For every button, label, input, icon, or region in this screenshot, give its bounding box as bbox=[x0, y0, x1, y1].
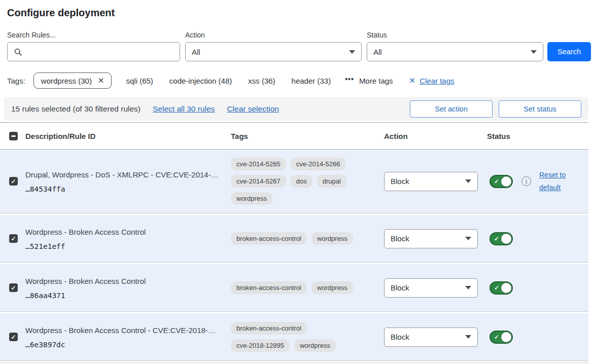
rule-action-select[interactable]: Block bbox=[384, 172, 478, 191]
rule-description: Wordpress - Broken Access Control bbox=[25, 277, 146, 285]
tags-bar: Tags: wordpress (30) ✕ sqli (65)code-inj… bbox=[7, 71, 591, 90]
rule-status-cell: ✓ bbox=[487, 281, 588, 295]
rule-action-cell: Block bbox=[384, 229, 487, 248]
rule-status-cell: ✓ i Reset to default bbox=[487, 169, 588, 194]
status-toggle[interactable]: ✓ bbox=[490, 281, 513, 295]
chevron-down-icon bbox=[349, 50, 355, 54]
tag-option[interactable]: xss (36) bbox=[248, 77, 275, 85]
rule-tags: broken-access-controlcve-2018-12895wordp… bbox=[231, 322, 367, 352]
search-input[interactable] bbox=[7, 42, 180, 61]
selected-tag-label: wordpress (30) bbox=[41, 77, 92, 85]
rule-description-cell: Wordpress - Broken Access Control - CVE:… bbox=[25, 325, 231, 349]
rule-action-cell: Block bbox=[384, 278, 487, 298]
tag-pill: wordpress bbox=[311, 232, 353, 245]
search-field: Search Rules... bbox=[7, 31, 180, 61]
check-icon: ✓ bbox=[11, 178, 16, 185]
select-all-link[interactable]: Select all 30 rules bbox=[153, 104, 215, 114]
toggle-knob bbox=[501, 282, 512, 294]
tag-pill: wordpress bbox=[294, 339, 336, 352]
status-filter-field: Status All bbox=[367, 31, 543, 61]
rule-action-value: Block bbox=[391, 333, 409, 341]
check-icon: ✓ bbox=[494, 235, 499, 242]
action-filter-field: Action All bbox=[185, 31, 362, 61]
tag-pill: broken-access-control bbox=[231, 281, 307, 294]
clear-tags-link[interactable]: ✕ Clear tags bbox=[409, 76, 455, 85]
selection-bar: 15 rules selected (of 30 filtered rules)… bbox=[4, 97, 588, 121]
tag-option[interactable]: sqli (65) bbox=[126, 77, 153, 85]
clear-selection-link[interactable]: Clear selection bbox=[227, 104, 279, 114]
tag-pill: broken-access-control bbox=[231, 232, 307, 245]
header-tags: Tags bbox=[231, 132, 384, 140]
check-icon: ✓ bbox=[494, 334, 499, 341]
tag-options: sqli (65)code-injection (48)xss (36)head… bbox=[126, 77, 331, 85]
rule-description: Drupal, Wordpress - DoS - XMLRPC - CVE:C… bbox=[25, 170, 219, 179]
tag-pill: cve-2014-5267 bbox=[231, 175, 286, 188]
rule-id: …521e1eff bbox=[25, 242, 231, 250]
tag-option[interactable]: header (33) bbox=[292, 77, 331, 85]
action-filter-select[interactable]: All bbox=[185, 42, 362, 61]
action-filter-label: Action bbox=[185, 31, 362, 39]
row-checkbox[interactable]: ✓ bbox=[9, 283, 18, 292]
table-header-row: Description/Rule ID Tags Action Status bbox=[0, 122, 588, 150]
rule-action-select[interactable]: Block bbox=[384, 229, 478, 248]
check-icon: ✓ bbox=[494, 178, 499, 185]
tag-pill: dos bbox=[291, 175, 312, 188]
search-rules-label: Search Rules... bbox=[7, 31, 180, 39]
rule-action-value: Block bbox=[391, 234, 409, 243]
action-filter-value: All bbox=[192, 48, 200, 56]
rule-description-cell: Wordpress - Broken Access Control …521e1… bbox=[25, 227, 231, 251]
tags-label: Tags: bbox=[7, 77, 25, 85]
tag-pill: wordpress bbox=[311, 281, 353, 294]
rule-description-cell: Drupal, Wordpress - DoS - XMLRPC - CVE:C… bbox=[25, 169, 231, 194]
more-tags-button[interactable]: ••• More tags bbox=[345, 77, 393, 85]
rule-action-value: Block bbox=[391, 283, 409, 292]
rule-tags: cve-2014-5265cve-2014-5266cve-2014-5267d… bbox=[231, 158, 367, 205]
toggle-knob bbox=[501, 233, 512, 244]
chevron-down-icon bbox=[465, 179, 471, 183]
tag-pill: broken-access-control bbox=[231, 322, 307, 335]
selected-tag-chip[interactable]: wordpress (30) ✕ bbox=[33, 72, 112, 89]
row-checkbox[interactable]: ✓ bbox=[9, 234, 18, 243]
rule-description-cell: Wordpress - Broken Access Control …86aa4… bbox=[25, 276, 231, 300]
rule-action-select[interactable]: Block bbox=[384, 278, 478, 298]
rule-id: …84534ffa bbox=[25, 185, 231, 193]
rule-action-value: Block bbox=[391, 177, 409, 186]
toggle-knob bbox=[501, 176, 512, 187]
rule-tags: broken-access-controlwordpress bbox=[231, 232, 367, 245]
indeterminate-icon bbox=[11, 135, 16, 137]
rules-table: Description/Rule ID Tags Action Status ✓… bbox=[0, 122, 588, 364]
rule-status-cell: ✓ bbox=[487, 331, 588, 344]
search-button[interactable]: Search bbox=[547, 42, 591, 61]
status-toggle[interactable]: ✓ bbox=[490, 232, 513, 245]
status-toggle[interactable]: ✓ bbox=[490, 175, 513, 188]
chevron-down-icon bbox=[465, 286, 471, 289]
status-filter-select[interactable]: All bbox=[367, 42, 543, 61]
configure-deployment-page: Configure deployment Search Rules... Act… bbox=[0, 0, 592, 364]
table-row: ✓ Wordpress - Broken Access Control …86a… bbox=[0, 264, 588, 312]
status-toggle[interactable]: ✓ bbox=[490, 331, 513, 344]
rule-id: …6e3897dc bbox=[25, 341, 231, 349]
rule-action-cell: Block bbox=[384, 327, 487, 347]
rule-action-select[interactable]: Block bbox=[384, 327, 478, 347]
select-all-checkbox[interactable] bbox=[9, 132, 18, 140]
header-description: Description/Rule ID bbox=[25, 132, 231, 140]
check-icon: ✓ bbox=[11, 285, 16, 291]
rule-description: Wordpress - Broken Access Control - CVE:… bbox=[25, 326, 216, 335]
rule-tags: broken-access-controlwordpress bbox=[231, 281, 367, 294]
remove-tag-icon[interactable]: ✕ bbox=[98, 76, 105, 85]
close-icon: ✕ bbox=[409, 76, 416, 85]
chevron-down-icon bbox=[465, 237, 471, 240]
rule-action-cell: Block bbox=[384, 172, 487, 191]
reset-to-default-link[interactable]: Reset to default bbox=[539, 169, 573, 194]
status-filter-value: All bbox=[373, 48, 382, 56]
tag-option[interactable]: code-injection (48) bbox=[169, 77, 232, 85]
check-icon: ✓ bbox=[494, 284, 499, 292]
table-row: ✓ Wordpress - Broken Access Control …521… bbox=[0, 215, 588, 263]
row-checkbox[interactable]: ✓ bbox=[9, 177, 18, 186]
rules-table-body: ✓ Drupal, Wordpress - DoS - XMLRPC - CVE… bbox=[0, 150, 588, 361]
row-checkbox[interactable]: ✓ bbox=[9, 333, 18, 341]
set-status-button[interactable]: Set status bbox=[499, 100, 581, 118]
clear-tags-label: Clear tags bbox=[420, 77, 454, 85]
set-action-button[interactable]: Set action bbox=[410, 100, 493, 118]
tag-pill: wordpress bbox=[231, 192, 272, 205]
